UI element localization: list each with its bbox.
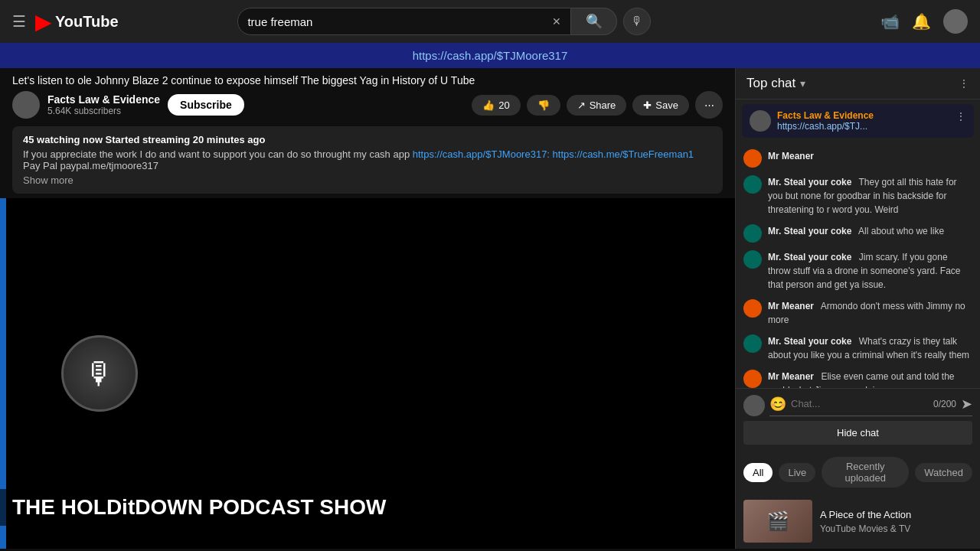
show-more-button[interactable]: Show more [23, 174, 712, 186]
description-box: 45 watching now Started streaming 20 min… [12, 126, 723, 194]
tab-recently-uploaded[interactable]: Recently uploaded [822, 457, 909, 487]
chat-input-inner: 😊 0/200 ➤ [743, 395, 972, 416]
msg-avatar [743, 224, 762, 243]
search-bar: ✕ 🔍 🎙 [237, 8, 651, 35]
chat-input-row: 😊 0/200 ➤ Hide chat [736, 388, 980, 451]
avatar-icon: 🎙 [84, 357, 115, 391]
msg-username: Mr. Steal your coke [768, 226, 851, 236]
chat-message: Mr Meaner Armondo don't mess with Jimmy … [736, 295, 980, 331]
hamburger-icon[interactable]: ☰ [12, 12, 26, 31]
action-row: 👍 20 👎 ↗ Share ✚ Save ⋯ [472, 91, 723, 119]
msg-body: Mr Meaner Elise even came out and told t… [768, 370, 972, 388]
typing-avatar [743, 395, 765, 416]
youtube-play-icon: ▶ [35, 9, 52, 34]
share-icon: ↗ [577, 99, 586, 111]
send-button[interactable]: ➤ [961, 396, 972, 412]
pinned-link[interactable]: https://cash.app/$TJ... [777, 121, 867, 132]
msg-username: Mr. Steal your coke [768, 336, 851, 347]
avatar[interactable] [943, 9, 968, 34]
more-actions-button[interactable]: ⋯ [695, 91, 723, 119]
msg-avatar [743, 299, 762, 318]
channel-subs: 5.64K subscribers [47, 106, 160, 116]
rec-info: A Piece of the Action YouTube Movies & T… [820, 508, 972, 534]
youtube-logo[interactable]: ▶ YouTube [35, 9, 119, 34]
share-label: Share [590, 99, 616, 111]
dislike-icon: 👎 [537, 99, 550, 111]
tab-row: All Live Recently uploaded Watched [736, 451, 980, 494]
save-button[interactable]: ✚ Save [632, 95, 689, 116]
pinned-channel-name: Facts Law & Evidence [777, 110, 874, 121]
chat-message: Mr Meaner Elise even came out and told t… [736, 366, 980, 388]
search-input[interactable] [247, 15, 549, 28]
watching-now: 45 watching now Started streaming 20 min… [23, 134, 712, 145]
msg-avatar [743, 149, 762, 168]
banner-url: https://cash.app/$TJMoore317 [413, 49, 568, 62]
like-button[interactable]: 👍 20 [472, 95, 520, 116]
nav-right: 📹 🔔 [880, 9, 968, 34]
msg-body: Mr. Steal your coke All about who we lik… [768, 224, 972, 238]
chat-message: Mr. Steal your coke All about who we lik… [736, 220, 980, 246]
msg-avatar [743, 250, 762, 269]
hide-chat-button[interactable]: Hide chat [743, 421, 972, 445]
msg-text: All about who we like [858, 226, 944, 236]
msg-body: Mr. Steal your coke What's crazy is they… [768, 334, 972, 362]
channel-row: Facts Law & Evidence 5.64K subscribers S… [12, 91, 723, 119]
chat-message: Mr Meaner ⋮ [736, 145, 980, 171]
video-area: Let's listen to ole Johnny Blaze 2 conti… [0, 68, 735, 549]
search-input-wrap: ✕ [237, 8, 571, 35]
tab-live[interactable]: Live [779, 463, 815, 482]
description-text: If you appreciate the work I do and want… [23, 148, 712, 160]
msg-username: Mr. Steal your coke [768, 177, 851, 187]
chat-input[interactable] [791, 398, 929, 409]
pinned-avatar [750, 110, 771, 132]
youtube-wordmark: YouTube [55, 13, 119, 31]
tab-all[interactable]: All [743, 463, 773, 482]
like-count: 20 [498, 99, 509, 111]
msg-avatar [743, 175, 762, 194]
msg-username: Mr Meaner [768, 301, 814, 311]
tab-watched[interactable]: Watched [915, 463, 972, 482]
cash-app-link[interactable]: https://cash.app/$TJMoore317: [413, 148, 550, 160]
recommendation-card[interactable]: 🎬 A Piece of the Action YouTube Movies &… [736, 494, 980, 549]
save-label: Save [655, 99, 678, 111]
typing-input-wrap: 😊 0/200 ➤ [769, 396, 972, 416]
chat-chevron-icon[interactable]: ▾ [800, 77, 805, 90]
search-button[interactable]: 🔍 [571, 8, 617, 35]
subscribe-button[interactable]: Subscribe [168, 94, 244, 116]
cash-app-banner: https://cash.app/$TJMoore317 [0, 43, 980, 68]
chat-title-row: Top chat ▾ [746, 76, 805, 91]
clear-search-icon[interactable]: ✕ [552, 15, 561, 28]
save-icon: ✚ [643, 99, 652, 111]
main-content: Let's listen to ole Johnny Blaze 2 conti… [0, 68, 980, 549]
channel-info: Facts Law & Evidence 5.64K subscribers [47, 93, 160, 116]
create-icon[interactable]: 📹 [880, 12, 900, 31]
chat-messages: Mr Meaner ⋮ Mr. Steal your coke They got… [736, 142, 980, 388]
paypal-line: Pay Pal paypal.me/tjmoore317 [23, 160, 712, 171]
share-button[interactable]: ↗ Share [567, 95, 627, 116]
msg-body: Mr Meaner [768, 149, 972, 163]
chat-more-icon[interactable]: ⋮ [959, 77, 969, 90]
msg-avatar [743, 334, 762, 353]
voice-search-button[interactable]: 🎙 [623, 8, 651, 35]
desc-line1: If you appreciate the work I do and want… [23, 148, 410, 160]
like-icon: 👍 [482, 99, 495, 111]
channel-name: Facts Law & Evidence [47, 93, 160, 106]
msg-username: Mr Meaner [768, 371, 814, 382]
more-icon: ⋯ [704, 99, 714, 111]
pinned-more-icon[interactable]: ⋮ [956, 110, 966, 122]
pinned-content: Facts Law & Evidence https://cash.app/$T… [777, 110, 949, 132]
msg-body: Mr. Steal your coke Jim scary. If you go… [768, 250, 972, 292]
cashme-link[interactable]: https://cash.me/$TrueFreeman1 [553, 148, 694, 160]
dislike-button[interactable]: 👎 [527, 95, 560, 116]
msg-avatar [743, 370, 762, 388]
rec-thumbnail: 🎬 [743, 500, 812, 543]
char-count: 0/200 [933, 399, 956, 409]
video-player[interactable]: 🎙 THE HOLDitDOWN PODCAST SHOW [0, 198, 735, 549]
notifications-icon[interactable]: 🔔 [912, 12, 931, 31]
podcast-title: THE HOLDitDOWN PODCAST SHOW [0, 489, 735, 526]
chat-message: Mr. Steal your coke What's crazy is they… [736, 331, 980, 366]
nav-left: ☰ ▶ YouTube [12, 9, 119, 34]
emoji-button[interactable]: 😊 [769, 396, 786, 412]
pinned-message: Facts Law & Evidence https://cash.app/$T… [742, 104, 974, 138]
msg-username: Mr. Steal your coke [768, 252, 851, 262]
